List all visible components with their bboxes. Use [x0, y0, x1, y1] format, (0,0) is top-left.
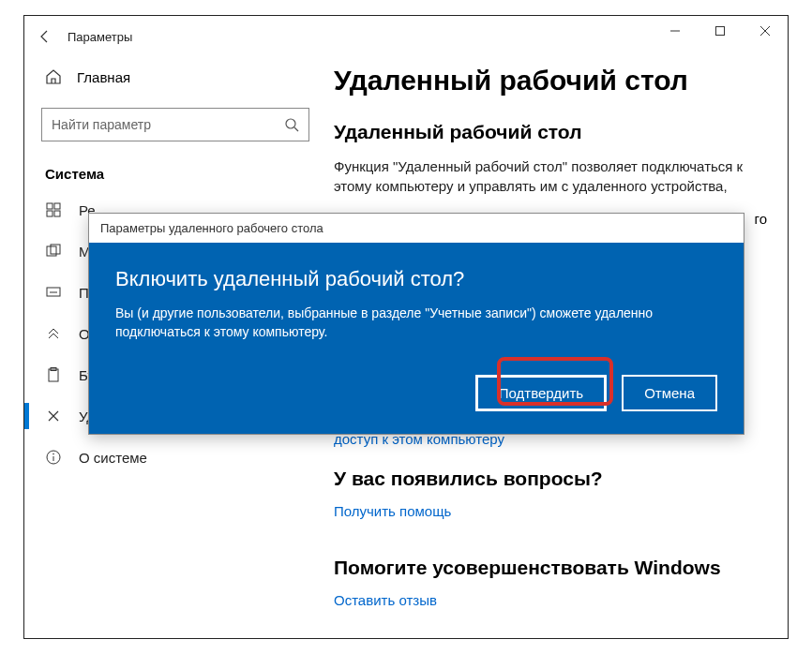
- cancel-button[interactable]: Отмена: [622, 375, 717, 411]
- info-icon: [45, 449, 62, 466]
- nav-label: О системе: [79, 450, 147, 466]
- rdp-description: Функция "Удаленный рабочий стол" позволя…: [334, 156, 767, 196]
- remote-icon: [45, 408, 62, 424]
- home-label: Главная: [77, 69, 130, 85]
- help-link[interactable]: Получить помощь: [334, 503, 767, 519]
- svg-rect-6: [47, 211, 53, 216]
- minimize-button[interactable]: [653, 16, 698, 46]
- clipboard-icon: [45, 366, 62, 383]
- titlebar: Параметры: [24, 16, 788, 57]
- search-icon: [284, 117, 299, 132]
- svg-rect-5: [54, 203, 60, 209]
- apps-icon: [45, 201, 62, 218]
- dialog-text: Вы (и другие пользователи, выбранные в р…: [115, 305, 717, 341]
- multitask-icon: [45, 243, 62, 260]
- search-input[interactable]: Найти параметр: [41, 108, 309, 141]
- dialog-heading: Включить удаленный рабочий стол?: [115, 267, 717, 291]
- maximize-button[interactable]: [698, 16, 743, 46]
- dialog-buttons: Подтвердить Отмена: [115, 375, 717, 411]
- window-title: Параметры: [68, 30, 132, 44]
- search-placeholder: Найти параметр: [52, 117, 284, 132]
- section-title-improve: Помогите усовершенствовать Windows: [334, 557, 767, 579]
- page-title: Удаленный рабочий стол: [334, 65, 767, 97]
- project-icon: [45, 284, 62, 301]
- svg-rect-7: [54, 211, 60, 216]
- close-button[interactable]: [743, 16, 788, 46]
- svg-point-2: [286, 119, 295, 128]
- svg-point-15: [53, 453, 54, 455]
- section-title-questions: У вас появились вопросы?: [334, 468, 767, 490]
- svg-line-3: [294, 127, 298, 131]
- shared-icon: [45, 325, 62, 342]
- home-icon: [45, 68, 62, 85]
- feedback-link[interactable]: Оставить отзыв: [334, 592, 767, 608]
- svg-rect-1: [716, 27, 725, 36]
- dialog-body: Включить удаленный рабочий стол? Вы (и д…: [89, 243, 744, 434]
- confirm-button[interactable]: Подтвердить: [475, 375, 607, 411]
- sidebar-item-about[interactable]: О системе: [41, 437, 311, 478]
- svg-rect-4: [47, 203, 53, 209]
- back-button[interactable]: [28, 20, 62, 53]
- window-controls: [653, 16, 788, 46]
- dialog-title: Параметры удаленного рабочего стола: [89, 214, 744, 243]
- home-nav[interactable]: Главная: [41, 57, 311, 97]
- sidebar-section-header: Система: [41, 166, 311, 182]
- section-title-rdp: Удаленный рабочий стол: [334, 121, 767, 143]
- confirm-dialog: Параметры удаленного рабочего стола Вклю…: [88, 213, 744, 435]
